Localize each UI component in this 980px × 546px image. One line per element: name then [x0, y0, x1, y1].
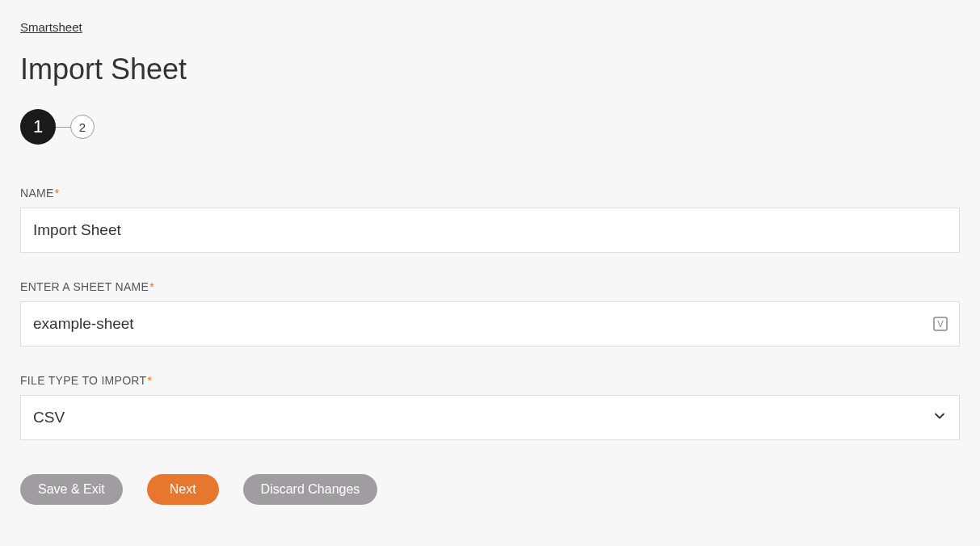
variable-icon[interactable]: V	[932, 316, 948, 332]
name-label-text: NAME	[20, 187, 54, 200]
file-type-select[interactable]: CSV	[20, 395, 960, 440]
file-type-label-text: FILE TYPE TO IMPORT	[20, 374, 146, 387]
save-exit-button[interactable]: Save & Exit	[20, 474, 123, 505]
page-title: Import Sheet	[20, 52, 960, 86]
file-type-label: FILE TYPE TO IMPORT*	[20, 374, 960, 387]
stepper: 1 2	[20, 109, 960, 145]
svg-text:V: V	[937, 319, 944, 329]
step-1[interactable]: 1	[20, 109, 56, 145]
sheet-name-input[interactable]	[20, 301, 960, 346]
required-indicator: *	[55, 187, 60, 200]
required-indicator: *	[147, 374, 152, 387]
step-connector	[56, 127, 70, 128]
button-row: Save & Exit Next Discard Changes	[20, 474, 960, 505]
sheet-name-label: ENTER A SHEET NAME*	[20, 280, 960, 293]
name-input[interactable]	[20, 208, 960, 253]
name-field-group: NAME*	[20, 187, 960, 253]
name-label: NAME*	[20, 187, 960, 200]
breadcrumb-link[interactable]: Smartsheet	[20, 20, 82, 34]
discard-changes-button[interactable]: Discard Changes	[243, 474, 378, 505]
required-indicator: *	[149, 280, 154, 293]
file-type-field-group: FILE TYPE TO IMPORT* CSV	[20, 374, 960, 440]
next-button[interactable]: Next	[147, 474, 219, 505]
step-2[interactable]: 2	[70, 115, 95, 139]
sheet-name-field-group: ENTER A SHEET NAME* V	[20, 280, 960, 346]
sheet-name-label-text: ENTER A SHEET NAME	[20, 280, 149, 293]
